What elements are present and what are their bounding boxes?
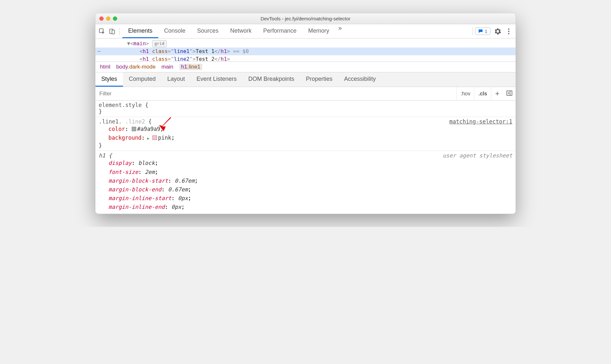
breadcrumb: html body.dark-mode main h1.line1 xyxy=(95,62,516,72)
issues-count: 1 xyxy=(485,28,487,34)
css-property[interactable]: background: ▶ pink; xyxy=(108,134,512,142)
expand-shorthand-icon[interactable]: ▶ xyxy=(145,136,152,141)
subtab-properties[interactable]: Properties xyxy=(300,72,338,87)
toolbar-separator xyxy=(472,27,472,35)
window-title: DevTools - jec.fyi/demo/matching-selecto… xyxy=(95,16,516,21)
css-property[interactable]: display: block; xyxy=(108,159,512,167)
devtools-window: DevTools - jec.fyi/demo/matching-selecto… xyxy=(95,13,516,214)
settings-icon[interactable] xyxy=(493,28,503,35)
css-property[interactable]: font-size: 2em; xyxy=(108,168,512,177)
crumb-body[interactable]: body.dark-mode xyxy=(116,64,156,70)
color-swatch-icon[interactable] xyxy=(152,135,157,140)
dom-line-next[interactable]: <h1 class="line2">Test 2</h1> xyxy=(95,55,516,61)
svg-point-3 xyxy=(508,28,509,30)
tab-performance[interactable]: Performance xyxy=(257,24,302,38)
rule-line1-line2[interactable]: matching-selector:1 .line1, .line2 { col… xyxy=(95,117,516,151)
rule-source-link[interactable]: matching-selector:1 xyxy=(450,118,512,125)
css-property[interactable]: margin-block-start: 0.67em; xyxy=(108,177,512,185)
subtab-event-listeners[interactable]: Event Listeners xyxy=(191,72,242,87)
computed-sidebar-toggle-icon[interactable] xyxy=(503,90,516,97)
styles-toolbar: :hov .cls + xyxy=(95,87,516,101)
crumb-h1[interactable]: h1.line1 xyxy=(179,64,203,70)
svg-rect-2 xyxy=(112,30,115,34)
subtab-accessibility[interactable]: Accessibility xyxy=(338,72,382,87)
dom-line-selected[interactable]: <h1 class="line1">Test 1</h1> == $0 xyxy=(95,48,516,55)
subtab-dom-breakpoints[interactable]: DOM Breakpoints xyxy=(242,72,300,87)
main-tabs: Elements Console Sources Network Perform… xyxy=(122,24,470,38)
tab-network[interactable]: Network xyxy=(224,24,257,38)
styles-subtabs: Styles Computed Layout Event Listeners D… xyxy=(95,72,516,87)
inspect-element-icon[interactable] xyxy=(97,27,106,36)
main-toolbar: Elements Console Sources Network Perform… xyxy=(95,24,516,38)
svg-rect-6 xyxy=(507,91,512,95)
css-property[interactable]: color: #a9a9a9; xyxy=(108,125,512,134)
issues-button[interactable]: 1 xyxy=(475,27,490,35)
toolbar-separator xyxy=(119,27,120,35)
svg-point-5 xyxy=(508,33,509,34)
rule-source-ua: user agent stylesheet xyxy=(443,152,512,159)
subtab-computed[interactable]: Computed xyxy=(123,72,161,87)
titlebar: DevTools - jec.fyi/demo/matching-selecto… xyxy=(95,13,516,24)
dom-line-main[interactable]: ▼<main> grid xyxy=(95,40,516,48)
tab-sources[interactable]: Sources xyxy=(191,24,224,38)
grid-badge[interactable]: grid xyxy=(152,40,167,47)
device-toolbar-icon[interactable] xyxy=(108,27,117,36)
more-menu-icon[interactable] xyxy=(504,28,514,34)
color-swatch-icon[interactable] xyxy=(132,127,136,131)
tab-memory[interactable]: Memory xyxy=(302,24,335,38)
crumb-main[interactable]: main xyxy=(161,64,173,70)
new-style-rule-button[interactable]: + xyxy=(491,87,503,100)
cls-toggle[interactable]: .cls xyxy=(474,87,491,100)
rule-h1-useragent[interactable]: user agent stylesheet h1 { display: bloc… xyxy=(95,151,516,213)
styles-filter-input[interactable] xyxy=(95,88,456,100)
tabs-overflow-button[interactable]: » xyxy=(335,24,345,38)
css-property[interactable]: margin-block-end: 0.67em; xyxy=(108,185,512,194)
filter-wrapper xyxy=(95,88,456,100)
css-property[interactable]: margin-inline-start: 0px; xyxy=(108,194,512,203)
svg-point-4 xyxy=(508,31,509,32)
css-property[interactable]: margin-inline-end: 0px; xyxy=(108,203,512,211)
rule-element-style[interactable]: element.style { } xyxy=(95,101,516,117)
subtab-layout[interactable]: Layout xyxy=(161,72,191,87)
styles-rules-panel: element.style { } matching-selector:1 .l… xyxy=(95,101,516,214)
tab-elements[interactable]: Elements xyxy=(122,24,158,38)
hov-toggle[interactable]: :hov xyxy=(456,87,474,100)
subtab-styles[interactable]: Styles xyxy=(95,72,123,87)
dom-tree-panel[interactable]: ▼<main> grid <h1 class="line1">Test 1</h… xyxy=(95,38,516,62)
tab-console[interactable]: Console xyxy=(158,24,191,38)
crumb-html[interactable]: html xyxy=(100,64,110,70)
